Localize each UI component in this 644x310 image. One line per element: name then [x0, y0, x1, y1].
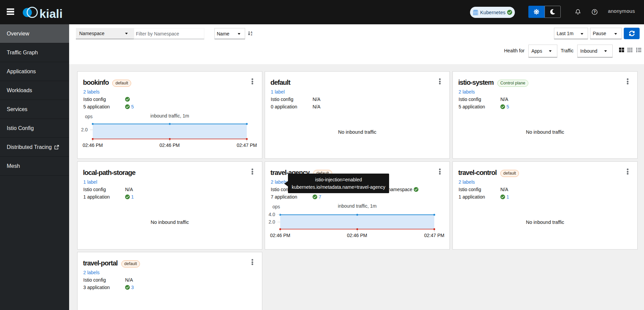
svg-text:Z: Z [251, 33, 253, 36]
svg-text:?: ? [593, 10, 595, 14]
